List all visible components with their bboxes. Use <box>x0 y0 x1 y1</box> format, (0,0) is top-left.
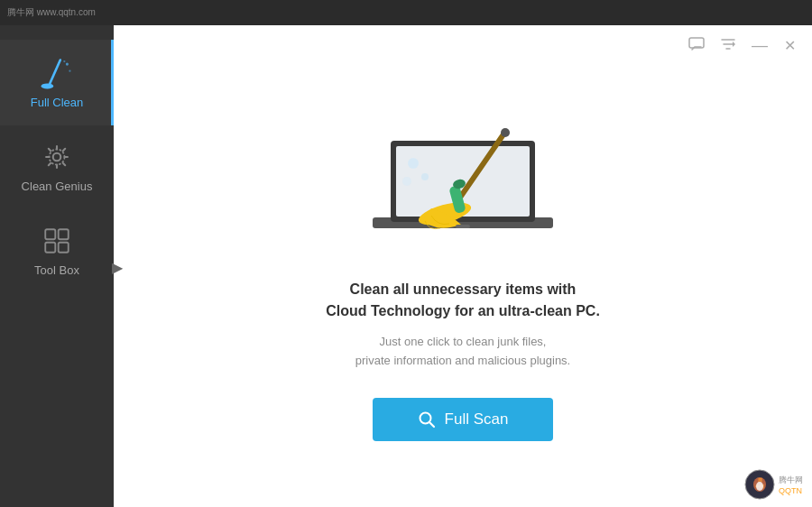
main-heading-text: Clean all unnecessary items with Cloud T… <box>326 281 600 318</box>
svg-rect-8 <box>59 229 69 239</box>
svg-point-6 <box>50 150 65 165</box>
svg-point-16 <box>408 158 419 169</box>
sidebar: Full Clean Clean Genius Tool Box ▶ <box>0 25 114 507</box>
sidebar-item-label-tool-box: Tool Box <box>34 263 79 277</box>
qqtn-logo: 腾 牛网 <box>744 469 775 500</box>
sidebar-item-tool-box[interactable]: Tool Box <box>0 209 114 293</box>
title-watermark: 腾牛网 www.qqtn.com <box>7 6 96 19</box>
minimize-button[interactable]: — <box>750 34 770 57</box>
svg-point-2 <box>66 63 69 66</box>
sidebar-collapse-arrow[interactable]: ▶ <box>112 256 123 277</box>
full-scan-button[interactable]: Full Scan <box>373 398 554 441</box>
close-button[interactable]: ✕ <box>782 35 798 56</box>
broom-icon <box>40 56 74 90</box>
sidebar-item-full-clean[interactable]: Full Clean <box>0 40 114 125</box>
svg-point-18 <box>402 177 411 186</box>
sidebar-item-label-clean-genius: Clean Genius <box>22 180 93 193</box>
sidebar-item-label-full-clean: Full Clean <box>31 96 84 109</box>
sidebar-item-clean-genius[interactable]: Clean Genius <box>0 125 114 209</box>
svg-rect-7 <box>45 229 55 239</box>
sub-heading-text: Just one click to clean junk files, priv… <box>355 335 570 367</box>
svg-point-31 <box>756 482 763 491</box>
sub-heading: Just one click to clean junk files, priv… <box>355 333 570 371</box>
window-controls: — ✕ <box>687 34 798 57</box>
main-layout: Full Clean Clean Genius Tool Box ▶ <box>0 25 812 507</box>
svg-marker-12 <box>733 41 735 47</box>
search-icon <box>418 410 436 429</box>
svg-rect-10 <box>59 243 69 253</box>
chat-button[interactable] <box>687 35 706 57</box>
filter-button[interactable] <box>719 36 737 56</box>
svg-point-17 <box>421 173 429 180</box>
svg-rect-9 <box>45 243 55 253</box>
svg-point-5 <box>53 153 61 161</box>
svg-point-4 <box>63 60 65 62</box>
svg-point-1 <box>42 83 54 88</box>
svg-rect-24 <box>456 225 470 228</box>
svg-line-0 <box>50 60 60 85</box>
svg-point-20 <box>501 128 510 137</box>
svg-point-3 <box>69 70 70 72</box>
title-bar: 腾牛网 www.qqtn.com <box>0 0 812 25</box>
content-area: — ✕ <box>114 25 812 507</box>
watermark-logo: QQTN <box>779 486 803 495</box>
hero-illustration <box>355 91 571 254</box>
svg-line-26 <box>429 422 434 427</box>
gear-icon <box>42 142 72 172</box>
scan-button-label: Full Scan <box>445 410 509 429</box>
main-heading: Clean all unnecessary items with Cloud T… <box>326 279 600 322</box>
watermark: 腾 牛网 腾牛网 QQTN <box>744 469 803 500</box>
toolbox-icon <box>42 226 72 256</box>
watermark-site: 腾牛网 <box>779 475 803 486</box>
